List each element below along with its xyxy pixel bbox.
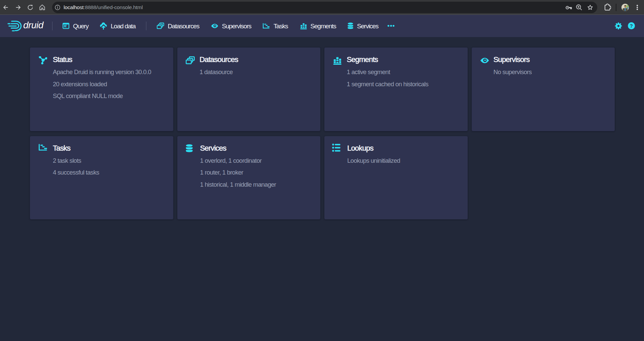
svg-text:?: ? [630, 23, 633, 29]
